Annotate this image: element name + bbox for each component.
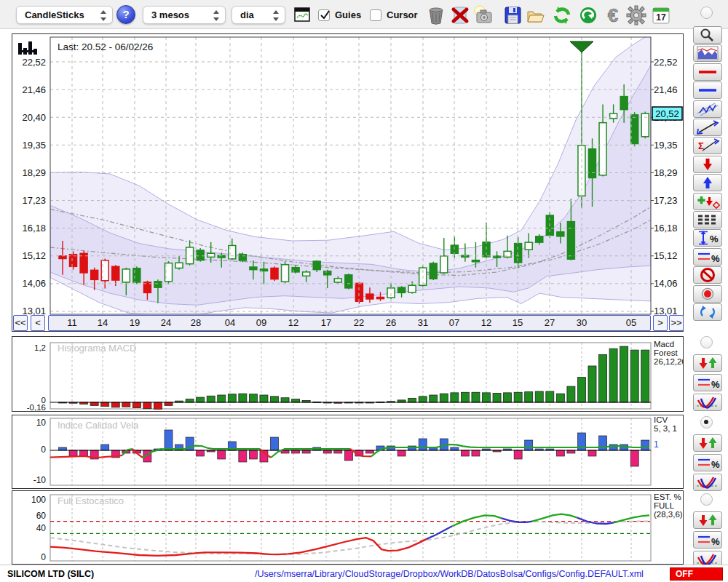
delete-icon[interactable] (450, 5, 470, 25)
charting-app-window: CandleSticks ? 3 mesos dia Guies Cursor … (0, 0, 728, 582)
panel-radio-2[interactable] (700, 493, 713, 506)
channel-button[interactable] (693, 100, 722, 118)
trash-icon[interactable] (426, 5, 446, 25)
panel-title: Histograma MACD (58, 343, 136, 354)
macd-bars (59, 346, 649, 409)
svg-text:26,12,26: 26,12,26 (654, 357, 683, 366)
icv-panel: Indice Calidad Vela100-10ICV5, 3, 11 (12, 415, 684, 489)
svg-text:Macd: Macd (654, 340, 674, 348)
arrow-up-blue-button[interactable] (693, 174, 722, 191)
recycle-button[interactable] (693, 303, 722, 321)
date-label: 09 (256, 317, 266, 328)
record-button[interactable] (693, 285, 722, 303)
svg-text:0: 0 (41, 445, 46, 455)
svg-text:60: 60 (36, 511, 47, 521)
macd-histogram-chart: Histograma MACD1,20-0,16MacdForest26,12,… (12, 337, 683, 411)
off-button[interactable]: OFF (670, 567, 723, 581)
chart-type-value: CandleSticks (25, 9, 84, 20)
guides-checkbox[interactable] (318, 9, 330, 21)
svg-text:-10: -10 (33, 475, 47, 485)
svg-text:5, 3, 1: 5, 3, 1 (654, 424, 677, 433)
toolbar-radio[interactable] (700, 7, 713, 19)
interval-select[interactable]: dia (232, 6, 285, 24)
lines-percent2-button[interactable]: % (693, 374, 722, 391)
snapshot-icon[interactable] (473, 5, 494, 25)
lines-percent-button[interactable]: % (693, 248, 722, 266)
cursor-checkbox[interactable] (370, 9, 381, 21)
select-chevrons-icon (272, 9, 280, 24)
chart-type-select[interactable]: CandleSticks (16, 6, 113, 24)
ticker-label: SILICOM LTD (SILC) (7, 569, 94, 579)
svg-text:22,52: 22,52 (22, 57, 46, 68)
stochastic-panel: Full Estocastico10060400EST. %FULL(28,3,… (12, 490, 684, 565)
date-label: 14 (98, 317, 108, 328)
forbidden-button[interactable] (693, 266, 722, 284)
svg-text:(28,3,6): (28,3,6) (654, 510, 683, 519)
svg-text:%: % (711, 379, 720, 390)
panel-radio-0[interactable] (700, 336, 713, 348)
svg-text:19,35: 19,35 (654, 140, 678, 151)
svg-text:20,40: 20,40 (22, 112, 46, 123)
nav-first-button[interactable]: << (13, 315, 28, 331)
updown-arrows-button[interactable] (693, 511, 722, 529)
stoch-k-line (50, 538, 427, 556)
red-hline-button[interactable] (693, 63, 722, 81)
date-label: 26 (386, 317, 396, 328)
svg-text:%: % (711, 536, 720, 547)
calendar-icon[interactable]: 17 (651, 5, 671, 25)
updown-arrows-button[interactable] (693, 434, 722, 452)
nav-last-button[interactable]: >> (669, 315, 684, 331)
stoch-curve-button[interactable] (693, 394, 722, 411)
svg-text:18,29: 18,29 (22, 167, 46, 178)
lines-percent2-button[interactable]: % (693, 454, 722, 471)
svg-text:ICV: ICV (654, 415, 668, 424)
svg-text:0: 0 (41, 552, 46, 562)
select-chevrons-icon (213, 9, 220, 24)
date-label: 12 (288, 317, 298, 328)
stoch-k-line (532, 514, 577, 522)
signal-triangle-marker (570, 41, 593, 52)
guides-label: Guies (335, 9, 361, 20)
vrange-percent-button[interactable]: % (693, 229, 722, 247)
interval-value: dia (240, 9, 254, 20)
price-panel-button[interactable] (693, 44, 722, 62)
panel-title: Full Estocastico (58, 495, 124, 506)
range-value: 3 mesos (151, 9, 189, 20)
open-folder-icon[interactable] (526, 5, 546, 25)
panel-radio-1[interactable] (700, 416, 713, 428)
date-label: 27 (545, 317, 555, 328)
stoch-curve-button[interactable] (693, 474, 722, 491)
stoch-k-line (427, 526, 452, 539)
settings-icon[interactable] (626, 5, 646, 25)
updown-arrows-button[interactable] (693, 354, 722, 372)
svg-text:22,52: 22,52 (654, 57, 678, 68)
lines-percent2-button[interactable]: % (693, 531, 722, 549)
trend-line-button[interactable] (693, 119, 722, 136)
arrow-down-red-button[interactable] (693, 156, 722, 173)
save-icon[interactable] (502, 5, 523, 25)
svg-text:1,2: 1,2 (34, 343, 46, 352)
svg-text:-0,16: -0,16 (27, 403, 46, 411)
refresh-icon[interactable] (552, 5, 572, 25)
date-label: 22 (354, 317, 364, 328)
stoch-k-line (502, 518, 532, 522)
stoch-k-line (452, 515, 502, 526)
main-chart-panel: 22,5222,5221,4621,4620,4020,4019,3519,35… (12, 33, 684, 332)
dashed-lines-button[interactable] (693, 211, 722, 228)
nav-next-button[interactable]: > (653, 315, 668, 331)
zoom-button[interactable] (693, 26, 722, 44)
svg-text:100: 100 (31, 495, 46, 505)
svg-text:Forest: Forest (654, 348, 678, 357)
blue-hline-button[interactable] (693, 81, 722, 99)
nav-prev-button[interactable]: < (31, 315, 45, 331)
range-select[interactable]: 3 mesos (143, 6, 226, 24)
sigma-trend-button[interactable]: Σ (693, 137, 722, 154)
stoch-k-line (577, 518, 614, 524)
mini-chart-window-icon[interactable] (294, 7, 310, 22)
date-label: 19 (130, 317, 140, 328)
help-button[interactable]: ? (116, 5, 135, 24)
add-signal-button[interactable] (693, 193, 722, 210)
svg-text:16,18: 16,18 (654, 223, 678, 234)
euro-icon[interactable]: € (603, 5, 623, 25)
sync-icon[interactable] (578, 5, 598, 25)
